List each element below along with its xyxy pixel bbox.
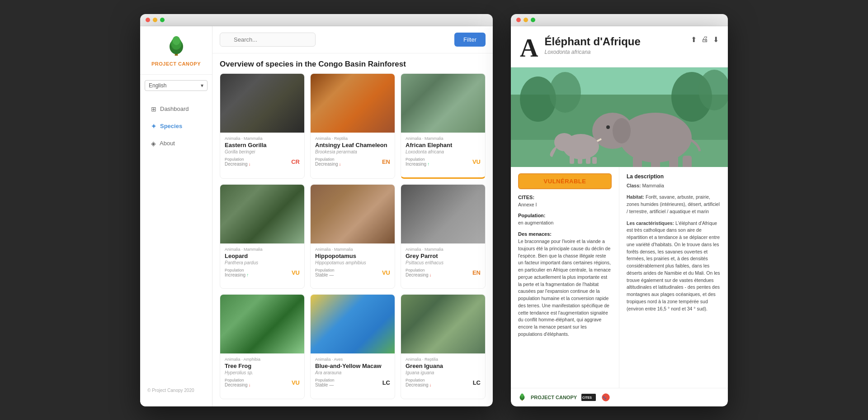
- search-input[interactable]: [220, 33, 316, 47]
- status-badge: VU: [382, 269, 390, 276]
- species-image: [311, 74, 395, 133]
- species-photo: [511, 67, 728, 167]
- card-taxon: Animalia · Reptilia: [315, 136, 390, 141]
- detail-right-column: La description Class: Mammalia Habitat: …: [619, 167, 728, 388]
- card-footer: Population Decreasing ↓ VU: [225, 378, 300, 387]
- svg-rect-18: [683, 156, 692, 167]
- tree-icon: [165, 35, 188, 58]
- sidebar-item-dashboard[interactable]: ⊞ Dashboard: [144, 101, 208, 117]
- window-chrome: [140, 14, 493, 26]
- card-scientific-name: Ara ararauna: [315, 370, 390, 375]
- species-image: [220, 185, 304, 243]
- card-population: Population Decreasing ↓: [406, 378, 432, 387]
- detail-minimize-button[interactable]: [524, 18, 528, 22]
- card-scientific-name: Brookesia perarmata: [315, 149, 390, 154]
- print-icon[interactable]: 🖨: [701, 35, 708, 43]
- card-body: Animalia · Mammalia African Elephant Lox…: [401, 133, 485, 170]
- card-taxon: Animalia · Mammalia: [406, 136, 481, 141]
- species-card[interactable]: Animalia · Aves Blue-and-Yellow Macaw Ar…: [310, 294, 395, 399]
- maximize-button[interactable]: [160, 18, 165, 22]
- card-footer: Population Decreasing ↓ EN: [406, 268, 481, 277]
- svg-point-3: [172, 36, 180, 45]
- copyright: © Project Canopy 2020: [140, 383, 212, 397]
- card-taxon: Animalia · Mammalia: [225, 247, 300, 252]
- cites-value: Annexe I: [518, 201, 612, 209]
- detail-panel: A Éléphant d'Afrique Loxodonta africana …: [511, 26, 728, 406]
- card-footer: Population Decreasing ↓ CR: [225, 157, 300, 167]
- card-species-name: Green Iguana: [406, 363, 481, 369]
- species-card[interactable]: Animalia · Reptilia Antsingy Leaf Chamel…: [310, 73, 395, 179]
- left-window: PROJECT CANOPY English ▾ ⊞ Dashboard ✦ S…: [140, 14, 493, 406]
- habitat-info: Habitat: Forêt, savane, arbuste, prairie…: [627, 194, 721, 215]
- detail-footer: PROJECT CANOPY CITES 🐾: [511, 388, 728, 406]
- card-taxon: Animalia · Mammalia: [315, 247, 390, 252]
- species-card[interactable]: Animalia · Mammalia Eastern Gorilla Gori…: [220, 73, 305, 179]
- detail-left-column: VULNÉRABLE CITES: Annexe I Population: e…: [511, 167, 619, 388]
- species-image: [311, 185, 395, 243]
- species-card[interactable]: Animalia · Reptilia Green Iguana Iguana …: [401, 294, 486, 399]
- characteristics-info: Les caractéristiques: L'éléphant d'Afriq…: [627, 220, 721, 313]
- species-image: [401, 185, 485, 243]
- svg-rect-23: [586, 156, 590, 164]
- status-badge: VU: [292, 269, 300, 276]
- detail-maximize-button[interactable]: [531, 18, 535, 22]
- svg-rect-21: [570, 156, 574, 164]
- svg-rect-22: [578, 156, 582, 164]
- svg-rect-24: [592, 157, 597, 164]
- card-body: Animalia · Reptilia Green Iguana Iguana …: [401, 353, 485, 391]
- sidebar-item-species[interactable]: ✦ Species: [144, 118, 208, 134]
- card-population: Population Increasing ↑: [225, 268, 249, 277]
- svg-point-28: [521, 393, 524, 396]
- detail-close-button[interactable]: [516, 18, 521, 22]
- card-taxon: Animalia · Amphibia: [225, 357, 300, 362]
- species-image: [220, 74, 304, 133]
- share-icon[interactable]: ⬆: [691, 35, 697, 44]
- species-icon: ✦: [151, 123, 156, 130]
- species-card[interactable]: Animalia · Mammalia Hippopotamus Hippopo…: [310, 184, 395, 289]
- card-body: Animalia · Reptilia Antsingy Leaf Chamel…: [311, 133, 395, 170]
- species-image: [401, 295, 485, 353]
- language-selector[interactable]: English ▾: [145, 80, 208, 91]
- svg-text:🐾: 🐾: [603, 395, 607, 399]
- card-footer: Population Increasing ↑ VU: [225, 268, 300, 277]
- svg-point-20: [554, 133, 574, 151]
- card-taxon: Animalia · Mammalia: [406, 247, 481, 252]
- status-badge: EN: [382, 158, 390, 165]
- card-population: Population Stable —: [315, 268, 335, 277]
- page-title: Overview of species in the Congo Basin R…: [212, 53, 493, 73]
- species-card[interactable]: Animalia · Mammalia Leopard Panthera par…: [220, 184, 305, 289]
- card-footer: Population Decreasing ↓ LC: [406, 378, 481, 387]
- card-scientific-name: Loxodonta africana: [406, 149, 481, 154]
- detail-title: Éléphant d'Afrique: [544, 35, 691, 48]
- search-wrapper: 🔍: [220, 33, 449, 47]
- top-bar: 🔍 Filter: [212, 26, 493, 53]
- status-badge: LC: [382, 379, 390, 386]
- elephant-illustration: [511, 67, 728, 167]
- cites-logo: CITES: [581, 393, 596, 402]
- minimize-button[interactable]: [153, 18, 157, 22]
- card-species-name: Tree Frog: [225, 363, 300, 369]
- filter-button[interactable]: Filter: [454, 33, 486, 47]
- species-card[interactable]: Animalia · Mammalia African Elephant Lox…: [401, 73, 486, 179]
- vulnerability-badge: VULNÉRABLE: [518, 173, 612, 189]
- about-icon: ◈: [151, 140, 156, 147]
- card-population: Population Decreasing ↓: [315, 157, 341, 167]
- app-window: PROJECT CANOPY English ▾ ⊞ Dashboard ✦ S…: [140, 26, 493, 406]
- sidebar-item-about[interactable]: ◈ About: [144, 135, 208, 152]
- species-card[interactable]: Animalia · Mammalia Grey Parrot Psittacu…: [401, 184, 486, 289]
- species-image: [401, 74, 485, 133]
- right-window: A Éléphant d'Afrique Loxodonta africana …: [511, 14, 728, 406]
- status-badge: EN: [472, 269, 481, 276]
- card-species-name: Eastern Gorilla: [225, 142, 300, 148]
- close-button[interactable]: [146, 18, 150, 22]
- download-icon[interactable]: ⬇: [713, 35, 719, 44]
- card-body: Animalia · Mammalia Leopard Panthera par…: [220, 243, 304, 281]
- card-population: Population Decreasing ↓: [225, 378, 251, 387]
- detail-actions: ⬆ 🖨 ⬇: [691, 35, 719, 44]
- species-card[interactable]: Animalia · Amphibia Tree Frog Hyperolius…: [220, 294, 305, 399]
- card-footer: Population Stable — VU: [315, 268, 390, 277]
- detail-scientific-name: Loxodonta africana: [544, 49, 691, 55]
- species-image: [311, 295, 395, 353]
- threats-text: Le braconnage pour l'ivoire et la viande…: [518, 238, 612, 338]
- card-scientific-name: Gorilla beringei: [225, 149, 300, 154]
